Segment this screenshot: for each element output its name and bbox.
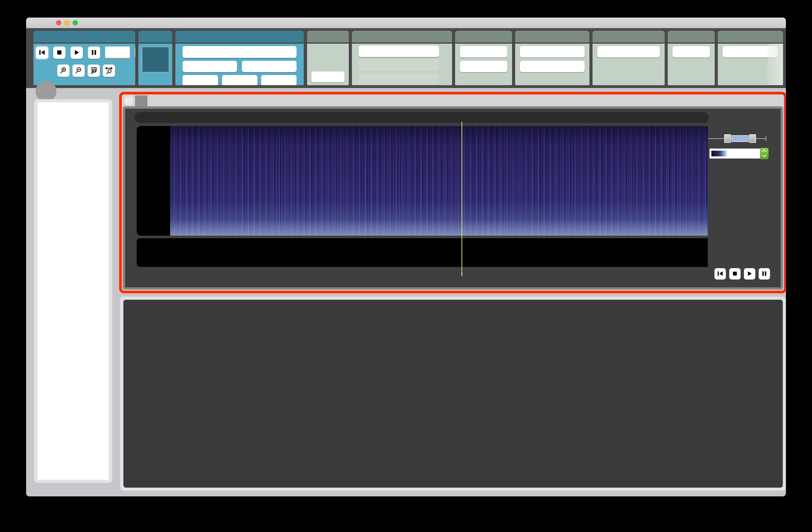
save-button[interactable] (311, 71, 345, 82)
panel-waveform-title (33, 31, 135, 42)
playback-speed-input[interactable] (105, 46, 130, 59)
time-scale[interactable] (170, 113, 708, 126)
panel-highlight-title (718, 31, 783, 42)
skip-start-icon (39, 49, 46, 57)
color-scheme-select[interactable] (710, 148, 768, 159)
select-stepper-button[interactable] (760, 148, 769, 159)
slider-end-cap (766, 136, 766, 141)
panel-highlight (718, 31, 783, 85)
panel-layout (138, 31, 172, 85)
stop-icon (731, 270, 738, 278)
frequency-scale[interactable] (155, 126, 170, 235)
pause-button[interactable] (88, 46, 100, 59)
set-up-tiers-button[interactable] (359, 46, 439, 57)
chevron-down-icon (762, 154, 767, 158)
set-threshold-button[interactable] (460, 61, 507, 72)
zoom-selection-button[interactable] (88, 64, 100, 77)
waveform[interactable] (170, 238, 708, 267)
audio-dropzone[interactable] (124, 300, 783, 488)
panel-qbe (515, 31, 590, 85)
zoom-fit-width-button[interactable] (103, 64, 115, 77)
inverse-of-t1-button[interactable] (242, 61, 296, 72)
viewer-pause-button[interactable] (759, 268, 770, 279)
viewer-transport (714, 268, 770, 279)
panel-olive (307, 31, 349, 85)
viewer-stop-button[interactable] (729, 268, 741, 279)
scroll-up-button[interactable] (35, 81, 57, 102)
t1-plus-t2-button[interactable] (183, 75, 218, 85)
playhead-cursor[interactable] (462, 121, 462, 271)
panel-qbe-title (515, 31, 590, 42)
app-window (26, 17, 786, 497)
play-icon (73, 49, 80, 57)
window-titlebar (26, 17, 786, 28)
stop-button[interactable] (53, 46, 66, 59)
minimize-window-button[interactable] (64, 20, 70, 25)
layout-grid-picker[interactable] (142, 46, 170, 73)
panel-sad (455, 31, 512, 85)
panel-olive-title (307, 31, 349, 42)
chevron-up-icon (762, 149, 767, 153)
skip-start-icon (717, 270, 724, 278)
copy-of-t1-button[interactable] (183, 61, 237, 72)
blank-for-editing-button[interactable] (183, 46, 296, 58)
spectrum-histogram (137, 126, 155, 235)
bit-depth-scale[interactable] (155, 238, 170, 267)
panel-new-tier (175, 31, 304, 85)
find-speaker-button (359, 59, 439, 71)
audio-viewer (123, 106, 783, 290)
manage-keywords-button[interactable] (520, 46, 585, 57)
stop-icon (56, 49, 63, 57)
diarize-button[interactable] (672, 46, 710, 57)
play-icon (746, 270, 753, 278)
dynamic-range-slider[interactable] (708, 133, 768, 144)
tab-bar (123, 96, 783, 106)
panel-layout-title (138, 31, 172, 42)
file-list (38, 102, 109, 480)
close-window-button[interactable] (56, 20, 61, 25)
zoom-out-button[interactable] (72, 64, 85, 77)
panel-dia (668, 31, 715, 85)
enhance-button[interactable] (597, 46, 660, 57)
viewer-go-to-start-button[interactable] (714, 268, 726, 279)
toolbar-expand-button[interactable] (767, 44, 783, 85)
panel-new-tier-title (175, 31, 304, 42)
panel-enh-title (593, 31, 665, 42)
dropzone-panel (120, 297, 786, 491)
score-segments-button[interactable] (520, 61, 585, 72)
pause-icon (90, 49, 98, 57)
t1-minus-t2-button[interactable] (222, 75, 258, 85)
audio-tab[interactable] (135, 96, 147, 106)
t1-intersect-t2-button[interactable] (261, 75, 296, 85)
panel-redaction-task (352, 31, 452, 85)
viewer-play-button[interactable] (744, 268, 755, 279)
tab-close-button[interactable] (125, 97, 133, 105)
zoom-in-button[interactable] (57, 64, 70, 77)
run-sad-button[interactable] (460, 46, 507, 57)
range-max-handle[interactable] (749, 134, 756, 143)
zoom-out-icon (75, 67, 82, 75)
spectrogram[interactable] (170, 126, 708, 235)
zoom-selection-icon (90, 67, 98, 75)
screen (0, 0, 812, 532)
play-button[interactable] (71, 46, 83, 59)
range-fill[interactable] (731, 135, 749, 142)
toolbar (26, 28, 786, 88)
fit-vertical-button[interactable] (135, 46, 135, 59)
color-scheme-swatch (711, 151, 727, 156)
panel-dia-title (668, 31, 715, 42)
amplitude-histogram (137, 238, 155, 267)
panel-redaction-title (352, 31, 452, 42)
pause-icon (761, 270, 768, 278)
range-min-handle[interactable] (724, 134, 731, 143)
audio-viewer-highlighted-region (119, 92, 786, 293)
panel-sad-title (455, 31, 512, 42)
file-sidebar (34, 99, 112, 483)
zoom-window-button[interactable] (73, 20, 78, 25)
panel-waveform (33, 31, 135, 85)
zoom-in-icon (60, 67, 67, 75)
go-to-start-button[interactable] (36, 46, 48, 59)
zoom-fit-width-icon (105, 67, 113, 75)
playhead-tick (462, 272, 462, 276)
create-redacted-audio-button (359, 73, 439, 85)
